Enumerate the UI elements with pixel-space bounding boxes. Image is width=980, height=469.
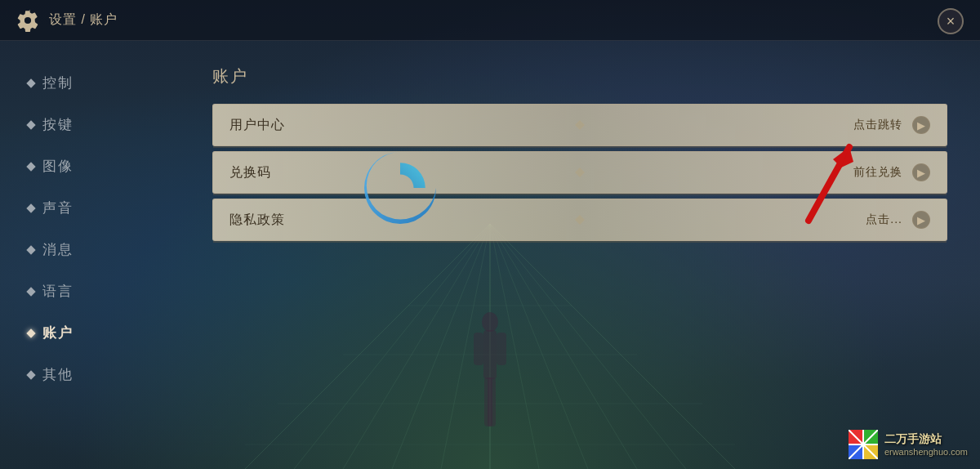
breadcrumb: 设置 / 账户	[49, 11, 118, 29]
gear-icon	[16, 9, 39, 32]
sidebar: 控制 按键 图像 声音 消息 语言 账户 其他	[0, 41, 180, 469]
diamond-icon	[26, 162, 35, 171]
section-title: 账户	[212, 65, 947, 87]
sidebar-item-image[interactable]: 图像	[16, 149, 163, 184]
diamond-icon	[26, 287, 35, 296]
sidebar-item-language[interactable]: 语言	[16, 274, 163, 309]
row-diamond-decoration	[575, 215, 585, 225]
diamond-icon	[26, 245, 35, 254]
sidebar-item-control[interactable]: 控制	[16, 65, 163, 100]
sidebar-item-sound[interactable]: 声音	[16, 190, 163, 226]
privacy-policy-label: 隐私政策	[229, 212, 285, 229]
sidebar-item-keys[interactable]: 按键	[16, 107, 163, 142]
privacy-policy-arrow[interactable]: ▶	[912, 211, 930, 229]
redeem-code-action: 前往兑换	[853, 165, 902, 180]
sidebar-item-other[interactable]: 其他	[16, 357, 163, 392]
content-area: 账户 用户中心 点击跳转 ▶ 兑换码 前往兑换 ▶ 隐私政策 点击...	[180, 41, 980, 469]
row-diamond-decoration	[575, 120, 585, 130]
diamond-icon	[26, 203, 35, 212]
sidebar-item-message[interactable]: 消息	[16, 232, 163, 267]
row-diamond-decoration	[575, 168, 585, 177]
redeem-code-arrow[interactable]: ▶	[912, 163, 930, 181]
user-center-action: 点击跳转	[853, 118, 902, 132]
row-right-0: 点击跳转 ▶	[853, 116, 930, 134]
redeem-code-label: 兑换码	[229, 164, 271, 181]
watermark-text-block: 二万手游站 erwanshenghuo.com	[884, 432, 968, 457]
diamond-icon-active	[26, 328, 35, 337]
row-right-1: 前往兑换 ▶	[853, 163, 930, 181]
watermark-logo-icon	[849, 430, 878, 459]
privacy-policy-row[interactable]: 隐私政策 点击... ▶	[212, 199, 947, 241]
close-button[interactable]: ×	[938, 8, 964, 34]
row-right-2: 点击... ▶	[866, 211, 930, 229]
watermark-site: 二万手游站	[884, 432, 968, 447]
redeem-code-row[interactable]: 兑换码 前往兑换 ▶	[212, 151, 947, 194]
diamond-icon	[26, 120, 35, 129]
watermark: 二万手游站 erwanshenghuo.com	[849, 430, 968, 459]
user-center-row[interactable]: 用户中心 点击跳转 ▶	[212, 104, 947, 146]
privacy-policy-action: 点击...	[866, 212, 902, 227]
main-layout: 控制 按键 图像 声音 消息 语言 账户 其他	[0, 41, 980, 469]
top-bar: 设置 / 账户 ×	[0, 0, 980, 41]
user-center-arrow[interactable]: ▶	[912, 116, 930, 134]
diamond-icon	[26, 370, 35, 379]
sidebar-item-account[interactable]: 账户	[16, 315, 163, 351]
user-center-label: 用户中心	[229, 117, 285, 134]
watermark-url: erwanshenghuo.com	[884, 447, 968, 457]
diamond-icon	[26, 78, 35, 87]
